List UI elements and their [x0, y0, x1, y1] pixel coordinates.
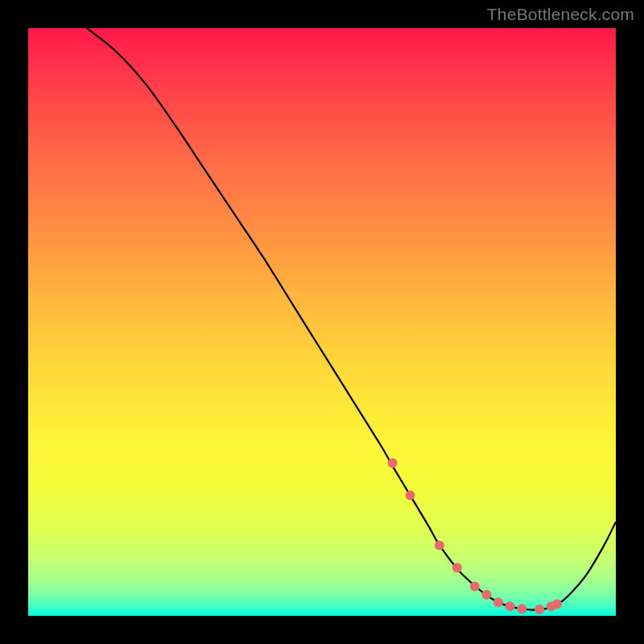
- chart-frame: TheBottleneck.com: [0, 0, 644, 644]
- highlight-point: [493, 597, 503, 607]
- watermark-label: TheBottleneck.com: [487, 5, 634, 24]
- plot-area: [28, 28, 616, 616]
- highlight-point: [481, 590, 491, 600]
- highlight-point: [535, 605, 544, 614]
- highlight-point: [470, 582, 480, 592]
- bottleneck-curve: [87, 28, 616, 610]
- highlight-point: [452, 563, 462, 572]
- highlight-point: [406, 490, 415, 500]
- curve-svg: [28, 28, 616, 616]
- highlight-point: [517, 604, 526, 613]
- highlight-point: [506, 601, 515, 611]
- highlight-point: [435, 540, 444, 550]
- highlight-point: [552, 599, 562, 609]
- highlight-point: [388, 458, 398, 468]
